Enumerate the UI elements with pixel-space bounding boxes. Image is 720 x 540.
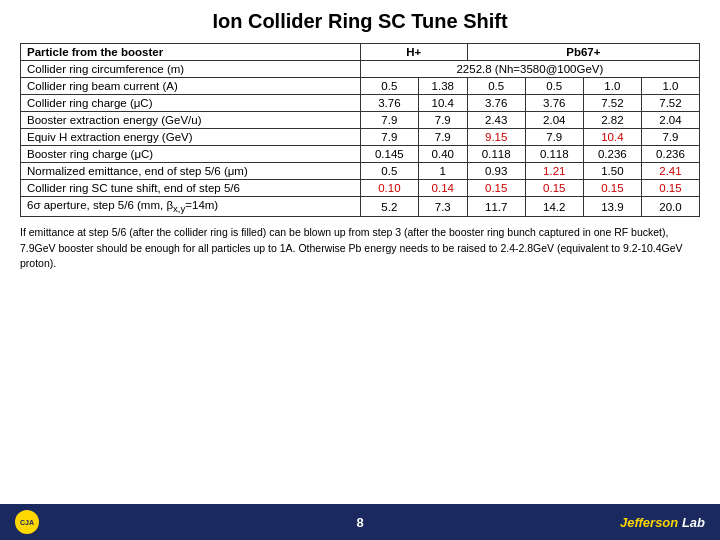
row-cell: 0.93	[467, 163, 525, 180]
table-header-row: Particle from the booster H+ Pb67+	[21, 44, 700, 61]
row-cell: 0.118	[467, 146, 525, 163]
row-cell: 7.9	[360, 112, 418, 129]
row-cell: 7.9	[525, 129, 583, 146]
page-title: Ion Collider Ring SC Tune Shift	[212, 10, 507, 33]
col2-header: H+	[360, 44, 467, 61]
row-cell: 0.5	[525, 78, 583, 95]
table-row: Normalized emittance, end of step 5/6 (μ…	[21, 163, 700, 180]
row-cell: 7.52	[583, 95, 641, 112]
col3-header: Pb67+	[467, 44, 699, 61]
row-cell: 2.04	[641, 112, 699, 129]
row-value-span: 2252.8 (Nh=3580@100GeV)	[360, 61, 699, 78]
table-row: Collider ring SC tune shift, end of step…	[21, 180, 700, 197]
bottom-bar: CJA 8 Jefferson Lab	[0, 504, 720, 540]
row-cell: 0.10	[360, 180, 418, 197]
row-cell: 0.15	[641, 180, 699, 197]
row-cell: 13.9	[583, 197, 641, 217]
row-cell: 20.0	[641, 197, 699, 217]
logo-left: CJA	[15, 510, 39, 534]
table-row: Booster ring charge (μC)0.1450.400.1180.…	[21, 146, 700, 163]
row-cell: 1	[418, 163, 467, 180]
row-cell: 0.236	[641, 146, 699, 163]
row-cell: 0.5	[360, 163, 418, 180]
row-cell: 11.7	[467, 197, 525, 217]
jefferson-lab-logo: Jefferson Lab	[620, 515, 705, 530]
row-cell: 0.15	[525, 180, 583, 197]
row-cell: 10.4	[583, 129, 641, 146]
row-cell: 2.41	[641, 163, 699, 180]
row-label: Booster extraction energy (GeV/u)	[21, 112, 361, 129]
row-cell: 7.9	[641, 129, 699, 146]
row-label: Collider ring beam current (A)	[21, 78, 361, 95]
footer-text: If emittance at step 5/6 (after the coll…	[20, 225, 700, 271]
row-cell: 5.2	[360, 197, 418, 217]
row-cell: 2.43	[467, 112, 525, 129]
table-row: 6σ aperture, step 5/6 (mm, βx,y=14m)5.27…	[21, 197, 700, 217]
row-cell: 7.9	[360, 129, 418, 146]
row-cell: 7.9	[418, 112, 467, 129]
row-cell: 14.2	[525, 197, 583, 217]
table-row: Equiv H extraction energy (GeV)7.97.99.1…	[21, 129, 700, 146]
table-row: Collider ring charge (μC)3.7610.43.763.7…	[21, 95, 700, 112]
row-cell: 0.15	[467, 180, 525, 197]
row-cell: 0.118	[525, 146, 583, 163]
row-cell: 0.145	[360, 146, 418, 163]
table-row: Collider ring beam current (A)0.51.380.5…	[21, 78, 700, 95]
row-label: Booster ring charge (μC)	[21, 146, 361, 163]
row-label: Collider ring circumference (m)	[21, 61, 361, 78]
row-cell: 3.76	[525, 95, 583, 112]
row-cell: 3.76	[467, 95, 525, 112]
row-label: Collider ring SC tune shift, end of step…	[21, 180, 361, 197]
row-cell: 9.15	[467, 129, 525, 146]
row-cell: 7.3	[418, 197, 467, 217]
table-row: Collider ring circumference (m)2252.8 (N…	[21, 61, 700, 78]
row-cell: 1.0	[641, 78, 699, 95]
row-label: 6σ aperture, step 5/6 (mm, βx,y=14m)	[21, 197, 361, 217]
col1-header: Particle from the booster	[21, 44, 361, 61]
row-cell: 2.04	[525, 112, 583, 129]
table-row: Booster extraction energy (GeV/u)7.97.92…	[21, 112, 700, 129]
page-number: 8	[356, 515, 363, 530]
data-table: Particle from the booster H+ Pb67+ Colli…	[20, 43, 700, 217]
row-cell: 1.50	[583, 163, 641, 180]
row-cell: 7.52	[641, 95, 699, 112]
row-cell: 0.40	[418, 146, 467, 163]
row-cell: 3.76	[360, 95, 418, 112]
row-label: Equiv H extraction energy (GeV)	[21, 129, 361, 146]
row-cell: 0.5	[360, 78, 418, 95]
cia-logo: CJA	[15, 510, 39, 534]
row-label: Normalized emittance, end of step 5/6 (μ…	[21, 163, 361, 180]
row-cell: 1.21	[525, 163, 583, 180]
row-cell: 10.4	[418, 95, 467, 112]
row-cell: 0.14	[418, 180, 467, 197]
row-cell: 0.236	[583, 146, 641, 163]
row-cell: 0.5	[467, 78, 525, 95]
row-cell: 1.0	[583, 78, 641, 95]
row-cell: 2.82	[583, 112, 641, 129]
row-cell: 0.15	[583, 180, 641, 197]
page: Ion Collider Ring SC Tune Shift Particle…	[0, 0, 720, 540]
row-cell: 7.9	[418, 129, 467, 146]
row-label: Collider ring charge (μC)	[21, 95, 361, 112]
row-cell: 1.38	[418, 78, 467, 95]
